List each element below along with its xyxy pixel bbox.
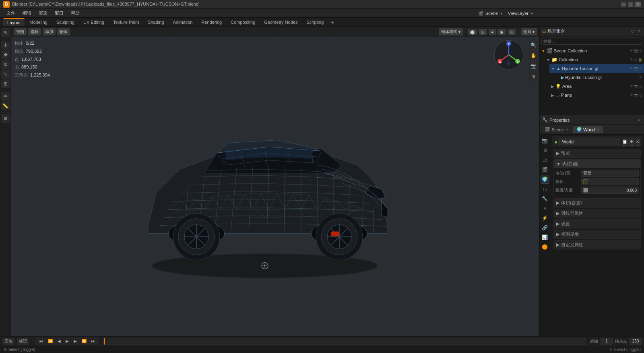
viewport-shading-render[interactable]: ◎ — [508, 29, 516, 35]
scene-selector[interactable]: Scene — [485, 11, 498, 16]
camera-tool[interactable]: 📷 — [529, 62, 538, 71]
viewport-mode-dropdown[interactable]: 物体模式 ▾ — [439, 28, 463, 35]
tab-shading[interactable]: Shading — [144, 18, 168, 26]
tab-layout[interactable]: Layout — [3, 18, 25, 26]
tab-geometry-nodes[interactable]: Geometry Nodes — [260, 18, 301, 26]
props-material-icon[interactable]: 🟠 — [541, 243, 549, 251]
props-data-icon[interactable]: 📊 — [541, 233, 549, 242]
volume-header[interactable]: ▶ 体积(音量) — [554, 199, 640, 207]
tab-animation[interactable]: Animation — [169, 18, 197, 26]
props-view-layer-icon[interactable]: 🗂 — [541, 156, 549, 164]
select-icon[interactable]: ◎ — [639, 49, 642, 53]
viewport-select-menu[interactable]: 选择 — [28, 28, 41, 35]
jump-start-btn[interactable]: ⏮ — [37, 338, 45, 344]
surface-type-value[interactable]: 背景 — [581, 170, 639, 177]
preview-section-header[interactable]: ▶ 预览 — [554, 149, 640, 158]
outliner-collection[interactable]: ▼ 📁 Collection 👁 ◎ 🔒 — [545, 55, 644, 64]
color-value[interactable] — [581, 178, 639, 185]
tool-annotate[interactable]: ✏ — [1, 92, 10, 101]
camera-icon-area[interactable]: 📷 — [634, 84, 638, 88]
viewport-object-menu[interactable]: 物体 — [57, 28, 70, 35]
tool-scale[interactable]: ⤡ — [1, 70, 10, 79]
strength-value[interactable]: 0.000 — [581, 187, 639, 194]
tab-rendering[interactable]: Rendering — [197, 18, 226, 26]
outliner-options-btn[interactable]: ≡ — [637, 29, 642, 34]
render-icon-hy[interactable]: ◎ — [639, 66, 642, 71]
viewlayer-selector[interactable]: ViewLayer — [508, 11, 528, 16]
eye-icon-pl[interactable]: 👁 — [630, 93, 633, 97]
minimize-button[interactable]: — — [621, 2, 626, 7]
scene-tab[interactable]: 🎬 Scene ✕ — [541, 126, 572, 133]
tool-rotate[interactable]: ↻ — [1, 60, 10, 69]
tool-select[interactable]: ↖ — [1, 28, 10, 37]
props-object-icon[interactable]: ◻ — [541, 185, 549, 193]
props-render-icon[interactable]: 📷 — [541, 136, 549, 145]
marker-btn[interactable]: 标记 — [17, 338, 29, 345]
settings-header[interactable]: ▶ 设置 — [554, 220, 640, 228]
props-modifier-icon[interactable]: 🔧 — [541, 194, 549, 203]
camera-icon-hy[interactable]: 📷 — [634, 66, 638, 71]
custom-props-header[interactable]: ▶ 自定义属性 — [554, 241, 640, 249]
render-icon-area[interactable]: ◎ — [639, 84, 642, 88]
exclude-icon[interactable]: ◎ — [634, 58, 637, 62]
outliner-scene-collections[interactable]: ▼ 🎬 Scene Collection 👁 📷 ◎ — [540, 46, 644, 55]
props-output-icon[interactable]: 🖥 — [541, 146, 549, 155]
tab-texture-paint[interactable]: Texture Paint — [109, 18, 143, 26]
props-constraints-icon[interactable]: 🔗 — [541, 223, 549, 232]
tool-add[interactable]: ⊕ — [1, 114, 10, 123]
scene-tab-close[interactable]: ✕ — [566, 128, 569, 132]
menu-render[interactable]: 渲染 — [35, 9, 51, 17]
restrict-icon[interactable]: 🔒 — [638, 58, 642, 62]
menu-window[interactable]: 窗口 — [52, 9, 67, 17]
timeline-track[interactable] — [103, 338, 586, 345]
timeline-view-btn[interactable]: 回放 — [2, 338, 14, 345]
close-button[interactable]: ✕ — [635, 2, 641, 7]
render-icon-pl[interactable]: ◎ — [639, 93, 642, 97]
tool-move[interactable]: ✥ — [1, 50, 10, 59]
ray-visibility-header[interactable]: ▶ 射线可见性 — [554, 209, 640, 218]
prev-frame-btn[interactable]: ◀ — [56, 338, 63, 344]
tab-compositing[interactable]: Compositing — [227, 18, 259, 26]
props-physics-icon[interactable]: ⚡ — [541, 214, 549, 222]
viewport-overlay-toggle[interactable]: ⬤ — [468, 29, 477, 35]
maximize-button[interactable]: □ — [628, 2, 634, 7]
viewport-shading-material[interactable]: ◉ — [497, 29, 506, 35]
next-frame-btn[interactable]: ▶ — [72, 338, 79, 344]
eye-icon[interactable]: 👁 — [630, 49, 633, 53]
hand-tool[interactable]: ✋ — [529, 51, 538, 60]
viewport-view-menu[interactable]: 视图 — [14, 28, 27, 35]
props-particles-icon[interactable]: ✦ — [541, 204, 549, 213]
outliner-hyundai-data[interactable]: ▶ Hyundai Tucson gt 👁 — [559, 73, 644, 82]
world-close-btn[interactable]: ✕ — [636, 138, 640, 146]
viewport-shading-solid[interactable]: ● — [489, 29, 496, 35]
zoom-tool[interactable]: 🔍 — [529, 41, 538, 50]
world-new-btn[interactable]: ✚ — [629, 138, 634, 146]
prev-keyframe-btn[interactable]: ⏪ — [46, 338, 55, 344]
next-keyframe-btn[interactable]: ⏩ — [80, 338, 89, 344]
tab-modeling[interactable]: Modeling — [25, 18, 52, 26]
world-tab[interactable]: 🌍 World ✕ — [573, 126, 603, 133]
tab-uv-editing[interactable]: UV Editing — [79, 18, 108, 26]
props-scene-icon[interactable]: 🎬 — [541, 165, 549, 174]
surface-section-header[interactable]: ▼ 表(曲)面 — [554, 160, 640, 168]
data-eye-icon[interactable]: 👁 — [639, 75, 642, 79]
menu-help[interactable]: 帮助 — [68, 9, 83, 17]
camera-icon-sm[interactable]: 📷 — [634, 49, 638, 53]
frame-end-input[interactable]: 250 — [630, 338, 642, 345]
strength-dot[interactable] — [583, 188, 588, 193]
outliner-search-input[interactable] — [541, 37, 642, 45]
menu-edit[interactable]: 编辑 — [19, 9, 35, 17]
eye-icon-hy[interactable]: 👁 — [630, 66, 633, 71]
viewport-add-menu[interactable]: 添加 — [43, 28, 56, 35]
navigation-gizmo[interactable]: Z Y X — [493, 39, 525, 71]
color-swatch[interactable] — [583, 179, 588, 184]
outliner-hyundai-item[interactable]: ▼ ▲ Hyundai Tucson gt 👁 📷 ◎ — [549, 64, 644, 73]
viewport-xray-toggle[interactable]: ◎ — [479, 29, 487, 35]
eye-icon-col[interactable]: 👁 — [630, 58, 633, 62]
menu-file[interactable]: 文件 — [3, 9, 19, 17]
viewport-global-dropdown[interactable]: 全局 ▾ — [521, 28, 537, 35]
tool-transform[interactable]: ⊞ — [1, 79, 10, 88]
grid-tool[interactable]: ⊞ — [529, 72, 538, 81]
viewport[interactable]: 视图 选择 添加 物体 物体模式 ▾ ⬤ ◎ ● ◉ ◎ 全局 ▾ — [11, 27, 539, 336]
world-browse-btn[interactable]: 📋 — [622, 138, 627, 146]
